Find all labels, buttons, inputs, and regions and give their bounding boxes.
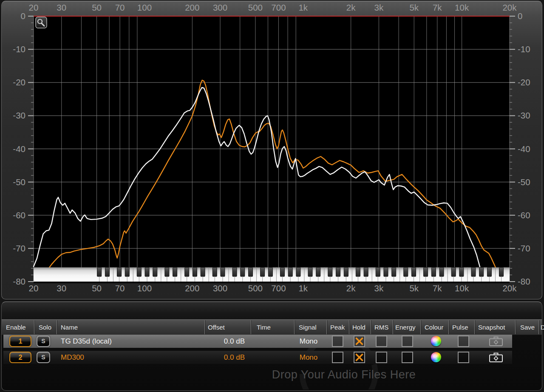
camera-icon: [489, 352, 503, 363]
freq-label-bottom: 700: [271, 283, 286, 293]
column-header-energy: Energy: [395, 320, 416, 335]
column-header-signal: Signal: [299, 320, 317, 335]
column-header-solo: Solo: [39, 320, 51, 335]
track-row-2[interactable]: 2SMD3000.0 dBMono: [3, 351, 512, 364]
column-separator: [326, 320, 327, 334]
column-separator: [474, 320, 475, 334]
tracks-panel: EnableSoloNameOffsetTimeSignalPeakHoldRM…: [1, 302, 542, 391]
analyzer-window: 2020303050507070100100200200300300500500…: [0, 0, 544, 392]
db-label-left: -60: [13, 210, 26, 220]
column-separator: [57, 320, 57, 334]
freq-label-top: 1k: [298, 3, 308, 12]
zoom-tool-button[interactable]: [36, 17, 47, 28]
column-separator: [538, 320, 539, 334]
freq-label-bottom: 30: [57, 283, 66, 293]
energy-checkbox[interactable]: [402, 352, 413, 363]
column-header-hold: Hold: [352, 320, 366, 335]
db-label-left: -10: [13, 44, 26, 54]
freq-label-top: 30: [57, 3, 66, 12]
pulse-checkbox[interactable]: [458, 336, 469, 347]
rms-checkbox[interactable]: [376, 336, 387, 347]
column-header-name: Name: [61, 320, 78, 335]
db-label-right: 0: [518, 11, 522, 21]
signal-value[interactable]: Mono: [293, 335, 324, 348]
db-label-right: -30: [518, 110, 530, 120]
freq-label-top: 7k: [433, 3, 442, 12]
freq-label-top: 70: [115, 3, 125, 12]
column-separator: [420, 320, 421, 334]
column-header-snapshot: Snapshot: [478, 320, 505, 335]
enable-button[interactable]: 1: [9, 336, 31, 347]
solo-button[interactable]: S: [37, 336, 50, 347]
peak-checkbox[interactable]: [332, 336, 343, 347]
column-separator: [448, 320, 449, 334]
column-header-peak: Peak: [330, 320, 345, 335]
colour-wheel-icon[interactable]: [431, 352, 441, 362]
column-header-rms: RMS: [374, 320, 388, 335]
x-mark-icon: [354, 336, 364, 346]
plot-area[interactable]: [34, 16, 510, 283]
table-header: EnableSoloNameOffsetTimeSignalPeakHoldRM…: [2, 319, 542, 335]
db-label-left: -70: [13, 243, 26, 253]
freq-label-top: 200: [185, 3, 199, 12]
freq-label-bottom: 20: [29, 283, 39, 293]
signal-value[interactable]: Mono: [293, 351, 324, 364]
enable-button[interactable]: 2: [9, 352, 31, 363]
freq-label-bottom: 5k: [409, 283, 419, 293]
freq-label-bottom: 7k: [433, 283, 442, 293]
freq-label-top: 700: [271, 3, 286, 12]
solo-button[interactable]: S: [37, 352, 50, 363]
peak-checkbox[interactable]: [332, 352, 343, 363]
track-name: MD300: [61, 351, 84, 364]
column-separator: [515, 320, 516, 334]
column-separator: [294, 320, 295, 334]
freq-label-bottom: 100: [137, 283, 152, 293]
db-label-right: -20: [518, 77, 530, 87]
freq-label-bottom: 300: [213, 283, 227, 293]
freq-label-top: 100: [137, 3, 152, 12]
db-label-left: -50: [13, 177, 26, 187]
db-label-left: -30: [13, 110, 26, 120]
x-mark-icon: [354, 353, 364, 362]
snapshot-button[interactable]: [489, 336, 503, 349]
column-header-time: Time: [257, 320, 271, 335]
freq-label-top: 5k: [409, 3, 419, 12]
column-separator: [251, 320, 251, 334]
offset-value[interactable]: 0.0 dB: [180, 351, 245, 364]
column-separator: [204, 320, 205, 334]
freq-label-bottom: 1k: [298, 283, 308, 293]
column-header-save: Save: [520, 320, 535, 335]
freq-label-bottom: 10k: [455, 283, 469, 293]
pulse-checkbox[interactable]: [458, 352, 469, 363]
freq-label-bottom: 20k: [502, 283, 517, 293]
offset-value[interactable]: 0.0 dB: [180, 335, 245, 348]
freq-label-bottom: 200: [185, 283, 199, 293]
track-row-1[interactable]: 1STG D35d (local)0.0 dBMono: [3, 335, 512, 348]
freq-label-bottom: 2k: [346, 283, 356, 293]
freq-label-bottom: 3k: [374, 283, 384, 293]
spectrum-panel: 2020303050507070100100200200300300500500…: [1, 1, 542, 299]
drop-hint: Drop Your Audio Files Here: [272, 368, 416, 381]
energy-checkbox[interactable]: [402, 336, 413, 347]
freq-label-top: 20: [29, 3, 39, 12]
snapshot-button[interactable]: [489, 352, 503, 365]
time-value: [257, 351, 295, 364]
colour-wheel-icon[interactable]: [431, 336, 441, 346]
db-label-right: -80: [518, 276, 530, 286]
db-label-right: -10: [518, 44, 530, 54]
freq-label-bottom: 50: [92, 283, 102, 293]
rms-checkbox[interactable]: [376, 352, 387, 363]
hold-checkbox[interactable]: [354, 336, 365, 347]
freq-label-top: 10k: [455, 3, 469, 12]
freq-label-top: 3k: [374, 3, 384, 12]
db-label-left: 0: [21, 11, 26, 21]
hold-checkbox[interactable]: [354, 352, 365, 363]
camera-icon: [489, 336, 503, 347]
freq-label-top: 2k: [346, 3, 356, 12]
column-header-colour: Colour: [425, 320, 443, 335]
db-label-left: -20: [13, 77, 26, 87]
freq-label-bottom: 70: [115, 283, 125, 293]
column-header-pulse: Pulse: [452, 320, 468, 335]
db-label-right: -70: [518, 243, 530, 253]
freq-label-top: 20k: [502, 3, 517, 12]
